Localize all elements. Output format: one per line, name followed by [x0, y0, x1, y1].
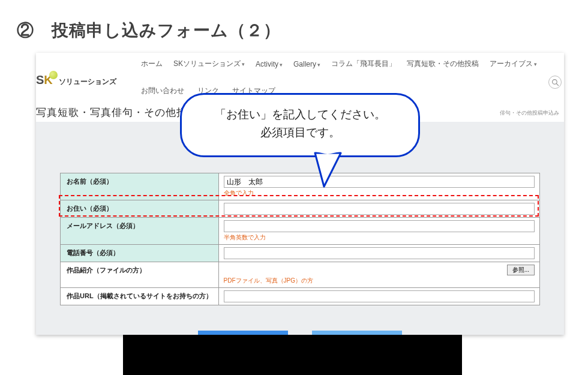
logo-dot-icon	[49, 71, 58, 79]
email-input[interactable]	[224, 220, 535, 232]
label-phone: 電話番号（必須）	[61, 245, 219, 262]
file-browse-button[interactable]: 参照...	[507, 265, 535, 275]
phone-input[interactable]	[224, 247, 535, 259]
bubble-tail-icon	[312, 152, 354, 188]
application-form: お名前（必須） 全角で入力 お住い（必須） メールアドレス（必須） 半角英数で入…	[60, 173, 540, 305]
nav-home[interactable]: ホーム	[141, 59, 163, 69]
callout-line1: 「お住い」を記入してください。	[200, 106, 400, 124]
label-file: 作品紹介（ファイルの方）	[61, 262, 219, 288]
svg-point-0	[552, 79, 557, 84]
row-address: お住い（必須）	[61, 200, 540, 218]
subnav-contact[interactable]: お問い合わせ	[141, 86, 184, 96]
nav-archives[interactable]: アーカイブス	[490, 59, 537, 69]
search-icon[interactable]	[548, 76, 562, 89]
row-file: 作品紹介（ファイルの方） 参照... PDFファイル、写真（JPG）の方	[61, 262, 540, 288]
logo-subtext: ソリューションズ	[59, 77, 116, 86]
address-input[interactable]	[224, 203, 535, 215]
row-url: 作品URL（掲載されているサイトをお持ちの方）	[61, 288, 540, 305]
label-email: メールアドレス（必須）	[61, 218, 219, 245]
nav-activity[interactable]: Activity	[256, 60, 283, 68]
label-name: お名前（必須）	[61, 173, 219, 200]
callout-bubble: 「お住い」を記入してください。 必須項目です。	[180, 93, 420, 157]
callout-line2: 必須項目です。	[200, 124, 400, 142]
breadcrumb: 俳句・その他投稿申込み	[500, 109, 559, 117]
row-email: メールアドレス（必須） 半角英数で入力	[61, 218, 540, 245]
nav-gallery[interactable]: Gallery	[293, 60, 320, 68]
site-logo: SKソリューションズ	[36, 71, 116, 87]
label-address: お住い（必須）	[61, 200, 219, 218]
primary-nav: ホーム SKソリューションズ Activity Gallery コラム「飛耳長目…	[141, 59, 537, 69]
nav-post[interactable]: 写真短歌・その他投稿	[407, 59, 479, 69]
document-title: ② 投稿申し込みフォーム（２）	[17, 19, 281, 42]
svg-line-1	[556, 83, 559, 86]
hint-file: PDFファイル、写真（JPG）の方	[224, 277, 535, 285]
url-input[interactable]	[224, 290, 535, 302]
nav-column[interactable]: コラム「飛耳長目」	[331, 59, 396, 69]
bottom-black-strip	[123, 335, 462, 375]
svg-marker-2	[315, 153, 341, 187]
hint-email: 半角英数で入力	[224, 233, 535, 242]
nav-sk[interactable]: SKソリューションズ	[173, 59, 245, 69]
hint-name: 全角で入力	[224, 189, 535, 197]
row-phone: 電話番号（必須）	[61, 245, 540, 262]
name-input[interactable]	[224, 176, 535, 188]
label-url: 作品URL（掲載されているサイトをお持ちの方）	[61, 288, 219, 305]
row-name: お名前（必須） 全角で入力	[61, 173, 540, 200]
